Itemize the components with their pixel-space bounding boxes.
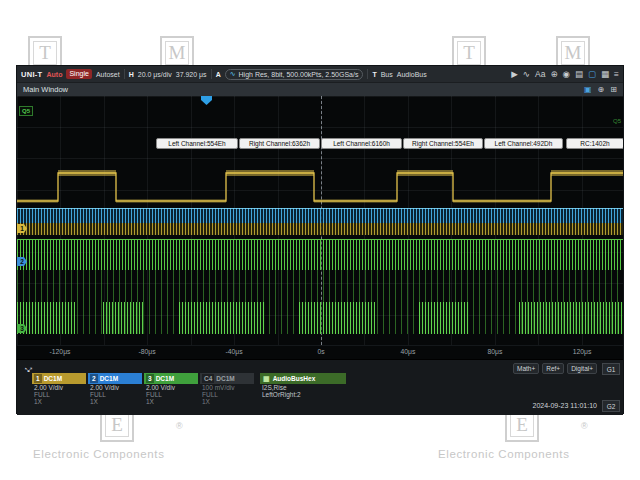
time-label: -80μs — [138, 348, 155, 355]
group-1-button[interactable]: G1 — [602, 363, 620, 375]
zoom-icon[interactable]: ⊕ — [550, 69, 557, 79]
pointer-icon[interactable]: ▶ — [511, 69, 518, 79]
channel-markers: 123 — [17, 96, 29, 345]
trigger-type[interactable]: AudioBus — [397, 71, 427, 78]
math-add-button[interactable]: Math+ — [513, 363, 539, 374]
registered-mark: ® — [176, 421, 183, 431]
watermark-text: Electronic Components — [438, 448, 570, 460]
green-data-cluster — [179, 302, 265, 334]
page: TMTMEEElectronic ComponentsElectronic Co… — [0, 0, 640, 480]
channel-scale: 2.00 V/div — [32, 384, 86, 391]
channel-3-info[interactable]: 3DC1M2.00 V/divFULL1X — [144, 373, 198, 405]
channel-probe: 1X — [144, 398, 198, 405]
trigger-source[interactable]: Bus — [381, 71, 393, 78]
oscilloscope-screen: UNI-T Auto Single Autoset H 20.0 μs/div … — [16, 65, 624, 414]
green-data-cluster — [419, 302, 469, 334]
channel-scale: 2.00 V/div — [144, 384, 198, 391]
bus-decode-row: Left Channel:554EhRight Channel:6362hLef… — [17, 138, 623, 149]
acquire-label: A — [216, 71, 221, 78]
grid-icon[interactable]: ▦ — [601, 69, 609, 79]
channel-scale: 2.00 V/div — [88, 384, 142, 391]
channel-2-info[interactable]: 2DC1M2.00 V/divFULL1X — [88, 373, 142, 405]
waveform-display[interactable]: Q5 Q5 Left Channel:554EhRight Channel:63… — [17, 96, 623, 346]
horizontal-offset-value[interactable]: 37.920 μs — [176, 71, 207, 78]
digital-add-button[interactable]: Digital+ — [567, 363, 597, 374]
sine-icon: ∿ — [230, 70, 236, 78]
channel-info-strip: 1DC1M2.00 V/divFULL1X2DC1M2.00 V/divFULL… — [32, 373, 254, 405]
time-label: -120μs — [50, 348, 71, 355]
watermark-text: Electronic Components — [33, 448, 165, 460]
zoom-in-icon[interactable]: ⊕ — [598, 85, 605, 94]
channel-1-info[interactable]: 1DC1M2.00 V/divFULL1X — [32, 373, 86, 405]
time-label: 120μs — [573, 348, 592, 355]
channel-probe: 1X — [88, 398, 142, 405]
acquire-info-pill[interactable]: ∿ High Res, 8bit, 500.00kPts, 2.50GSa/s — [225, 69, 364, 80]
time-label: -40μs — [225, 348, 242, 355]
watermark-letter: E — [111, 414, 123, 436]
channel-bandwidth: FULL — [88, 391, 142, 398]
serial-data-clusters — [17, 302, 623, 334]
time-axis: -120μs-80μs-40μs0s40μs80μs120μs — [17, 346, 623, 359]
channel-chip[interactable]: 1DC1M — [32, 373, 86, 384]
bus-chip[interactable]: ▦ AudioBusHex — [260, 373, 346, 384]
watermark-letter: T — [39, 42, 51, 64]
channel-chip[interactable]: 2DC1M — [88, 373, 142, 384]
watermark-letter: E — [516, 414, 528, 436]
group-2-button[interactable]: G2 — [602, 400, 620, 412]
channel-2-marker[interactable]: 2 — [17, 257, 27, 266]
trigger-position-marker[interactable] — [201, 96, 212, 105]
uni-t-logo: UNI-T — [21, 70, 43, 79]
camera-icon[interactable]: ◉ — [563, 69, 570, 79]
decode-label: Right Channel:6362h — [239, 138, 320, 149]
horizontal-label: H — [129, 71, 134, 78]
channel-1-marker[interactable]: 1 — [17, 224, 27, 233]
channel-chip[interactable]: 3DC1M — [144, 373, 198, 384]
channel-bandwidth: FULL — [200, 391, 254, 398]
watermark-letter: T — [463, 42, 475, 64]
waveform-icon[interactable]: ∿ — [523, 69, 530, 79]
window-title: Main Window — [23, 85, 68, 94]
display-icon[interactable]: ▢ — [588, 69, 596, 79]
add-source-buttons: Math+Ref+Digital+ — [513, 363, 597, 374]
word-select-noise — [17, 170, 623, 203]
save-icon[interactable]: ▤ — [575, 69, 583, 79]
channel-coupling: DC1M — [44, 375, 62, 382]
serial-data-dense — [17, 240, 623, 270]
single-mode-button[interactable]: Single — [66, 69, 91, 79]
run-state-label[interactable]: Auto — [47, 71, 63, 78]
bus-icon: ▦ — [263, 375, 270, 383]
channel-number: 1 — [34, 374, 42, 383]
autoset-button[interactable]: Autoset — [96, 71, 120, 78]
green-data-cluster — [299, 302, 375, 334]
expand-icon[interactable]: ⊞ — [610, 85, 617, 94]
decode-label: Right Channel:554Eh — [403, 138, 483, 149]
registered-mark: ® — [581, 421, 588, 431]
ref-add-button[interactable]: Ref+ — [542, 363, 564, 374]
green-data-cluster — [519, 302, 623, 334]
channel-coupling: DC1M — [156, 375, 174, 382]
bus-level-label: Q5 — [613, 118, 621, 124]
annotation-icon[interactable]: Aa — [535, 69, 545, 79]
menubar-icon-group: ▣⊕⊞ — [584, 85, 617, 94]
channel-bandwidth: FULL — [144, 391, 198, 398]
channel-3-marker[interactable]: 3 — [17, 324, 27, 333]
watermark-letter: M — [169, 42, 186, 64]
time-label: 80μs — [488, 348, 503, 355]
decode-label: Left Channel:554Eh — [156, 138, 238, 149]
channel-coupling: DC1M — [100, 375, 118, 382]
channel-chip[interactable]: C4DC1M — [200, 373, 254, 384]
watermark-letter: M — [565, 42, 582, 64]
channel-bandwidth: FULL — [32, 391, 86, 398]
toolbar-icon-group: ▶∿Aa⊕◉▤▢▦≡ — [511, 69, 619, 79]
menu-icon[interactable]: ≡ — [614, 69, 619, 79]
channel-c4-info[interactable]: C4DC1M100 mV/divFULL1X — [200, 373, 254, 405]
window-icon[interactable]: ▣ — [584, 85, 592, 94]
bus-info-cell[interactable]: ▦ AudioBusHex I2S,Rise LeftOrRight:2 — [260, 373, 346, 398]
channel-number: 3 — [146, 374, 154, 383]
channel-probe: 1X — [200, 398, 254, 405]
window-menubar: Main Window ▣⊕⊞ — [17, 82, 623, 96]
time-label: 0s — [317, 348, 324, 355]
timebase-value[interactable]: 20.0 μs/div — [138, 71, 172, 78]
audio-data-waveform — [17, 223, 623, 235]
channel-scale: 100 mV/div — [200, 384, 254, 391]
